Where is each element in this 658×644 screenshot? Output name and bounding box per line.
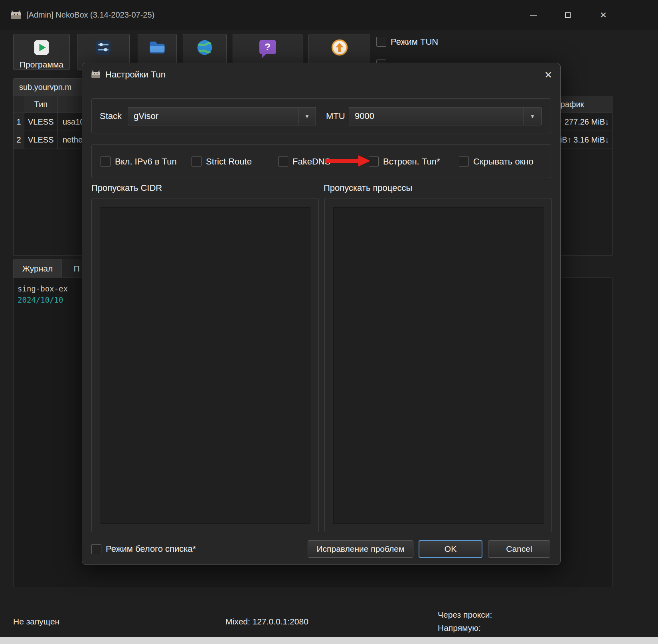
mtu-label: MTU: [326, 99, 345, 134]
row-type: VLESS: [24, 131, 58, 149]
row-type: VLESS: [24, 113, 58, 131]
header-type: Тип: [24, 96, 58, 113]
whitelist-mode-checkbox-label: Режим белого списка*: [106, 544, 196, 554]
ipv6-checkbox-label: Вкл. IPv6 в Tun: [115, 157, 177, 167]
via-proxy-text: Через прокси:: [438, 610, 492, 620]
strict-route-checkbox-label: Strict Route: [206, 157, 252, 167]
tab-second-label: П: [73, 264, 79, 273]
dialog-close-button[interactable]: ✕: [539, 66, 558, 84]
titlebar: [Admin] NekoBox (3.14-2023-07-25) ✕: [0, 0, 658, 30]
status-text: Не запущен: [13, 617, 59, 626]
app-icon: [10, 8, 22, 21]
tun-mode-checkbox[interactable]: Режим TUN: [376, 36, 438, 47]
fakedns-checkbox[interactable]: FakeDNS: [278, 145, 330, 178]
hide-window-checkbox[interactable]: Скрывать окно: [459, 145, 534, 178]
dialog-title: Настройки Tun: [105, 69, 166, 80]
row-num: 2: [14, 131, 24, 149]
stack-group: Stack gVisor ▼ MTU 9000 ▼: [91, 98, 551, 133]
builtin-tun-checkbox-label: Встроен. Tun*: [383, 157, 440, 167]
hide-window-checkbox-label: Скрывать окно: [473, 157, 534, 167]
tun-settings-dialog: Настройки Tun ✕ Stack gVisor ▼ MTU 9000 …: [82, 63, 561, 565]
play-icon: [33, 39, 50, 56]
stack-label: Stack: [100, 99, 122, 134]
maximize-button[interactable]: [555, 0, 580, 30]
cidr-group: [91, 198, 319, 532]
process-list[interactable]: [333, 207, 543, 524]
red-arrow-annotation: [325, 155, 371, 169]
maximize-icon: [565, 12, 571, 18]
tab-log[interactable]: Журнал: [13, 259, 62, 278]
cidr-list[interactable]: [101, 207, 310, 524]
minimize-button[interactable]: [521, 0, 546, 30]
process-list-label: Пропускать процессы: [324, 183, 412, 193]
dialog-app-icon: [90, 69, 101, 80]
toolbar-program-label: Программа: [20, 60, 63, 69]
mtu-select[interactable]: 9000 ▼: [349, 107, 541, 125]
row-num: 1: [14, 113, 24, 131]
sliders-icon: [95, 39, 112, 56]
whitelist-mode-checkbox-box: [91, 544, 101, 554]
close-button[interactable]: ✕: [591, 0, 616, 30]
fakedns-checkbox-box: [278, 157, 288, 166]
globe-icon: [196, 39, 213, 56]
subscription-tab-label: sub.yourvpn.m: [19, 83, 71, 92]
taskbar-edge: [0, 637, 658, 644]
tun-mode-label: Режим TUN: [391, 37, 438, 47]
fix-problems-button[interactable]: Исправление проблем: [308, 540, 413, 558]
header-num: [14, 96, 24, 113]
toolbar-button-program[interactable]: Программа: [13, 34, 70, 70]
direct-text: Напрямую:: [438, 623, 481, 633]
mixed-port-text: Mixed: 127.0.0.1:2080: [225, 617, 308, 626]
whitelist-mode-checkbox[interactable]: Режим белого списка*: [91, 540, 196, 558]
options-group: Вкл. IPv6 в Tun Strict Route FakeDNS Вст…: [91, 144, 551, 178]
close-icon: ✕: [600, 11, 607, 19]
strict-route-checkbox-box: [192, 157, 202, 166]
stack-select[interactable]: gVisor ▼: [128, 107, 316, 125]
tab-log-label: Журнал: [22, 264, 53, 273]
chevron-down-icon: ▼: [298, 107, 316, 125]
chevron-down-icon: ▼: [524, 107, 541, 125]
cidr-list-label: Пропускать CIDR: [91, 183, 162, 193]
ipv6-checkbox[interactable]: Вкл. IPv6 в Tun: [101, 145, 177, 178]
dialog-close-icon: ✕: [544, 69, 552, 81]
update-icon: [331, 39, 348, 56]
process-group: [324, 198, 552, 532]
ipv6-checkbox-box: [101, 157, 111, 166]
tun-mode-checkbox-box: [376, 37, 386, 47]
hide-window-checkbox-box: [459, 157, 469, 166]
stack-select-value: gVisor: [128, 107, 298, 125]
question-icon: ?: [259, 40, 276, 54]
mtu-select-value: 9000: [349, 107, 524, 125]
strict-route-checkbox[interactable]: Strict Route: [192, 145, 252, 178]
folder-icon: [148, 39, 166, 56]
cancel-button[interactable]: Cancel: [488, 540, 550, 558]
ok-button[interactable]: OK: [419, 540, 482, 558]
builtin-tun-checkbox[interactable]: Встроен. Tun*: [369, 145, 440, 178]
window-title: [Admin] NekoBox (3.14-2023-07-25): [26, 0, 154, 30]
minimize-icon: [530, 15, 537, 16]
